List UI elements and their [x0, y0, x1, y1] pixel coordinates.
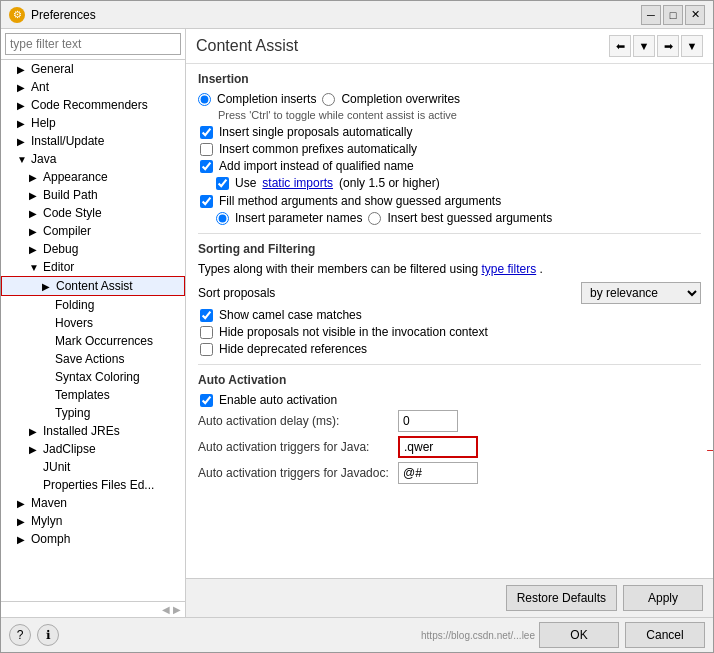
- enable-auto-activation-checkbox[interactable]: [200, 394, 213, 407]
- filter-input[interactable]: [5, 33, 181, 55]
- sidebar-item-syntax-coloring[interactable]: Syntax Coloring: [1, 368, 185, 386]
- sidebar-item-label: Build Path: [43, 188, 98, 202]
- sidebar-item-label: Content Assist: [56, 279, 133, 293]
- sidebar-item-compiler[interactable]: ▶ Compiler: [1, 222, 185, 240]
- apply-button[interactable]: Apply: [623, 585, 703, 611]
- insert-single-checkbox[interactable]: [200, 126, 213, 139]
- completion-overwrites-radio[interactable]: [322, 93, 335, 106]
- panel-title: Content Assist: [196, 37, 298, 55]
- use-static-imports-checkbox[interactable]: [216, 177, 229, 190]
- static-imports-link[interactable]: static imports: [262, 176, 333, 190]
- arrow-icon: ▶: [17, 498, 29, 509]
- sort-proposals-row: Sort proposals by relevance alphabetical…: [198, 282, 701, 304]
- auto-activation-label: Auto Activation: [198, 373, 701, 387]
- forward-button[interactable]: ➡: [657, 35, 679, 57]
- sidebar-item-save-actions[interactable]: Save Actions: [1, 350, 185, 368]
- arrow-icon: ▶: [17, 64, 29, 75]
- insert-common-checkbox[interactable]: [200, 143, 213, 156]
- camel-case-checkbox[interactable]: [200, 309, 213, 322]
- sidebar-item-folding[interactable]: Folding: [1, 296, 185, 314]
- restore-defaults-button[interactable]: Restore Defaults: [506, 585, 617, 611]
- sidebar-item-java[interactable]: ▼ Java: [1, 150, 185, 168]
- bottom-left: ? ℹ: [9, 624, 59, 646]
- arrow-icon: ▶: [29, 444, 41, 455]
- sidebar-item-label: Java: [31, 152, 56, 166]
- arrow-icon: ▶: [17, 534, 29, 545]
- static-imports-suffix: (only 1.5 or higher): [339, 176, 440, 190]
- sidebar-item-build-path[interactable]: ▶ Build Path: [1, 186, 185, 204]
- use-label: Use: [235, 176, 256, 190]
- arrow-icon: ▶: [29, 208, 41, 219]
- info-icon[interactable]: ℹ: [37, 624, 59, 646]
- arrow-icon: ▶: [42, 281, 54, 292]
- sidebar-item-code-style[interactable]: ▶ Code Style: [1, 204, 185, 222]
- sidebar-item-install-update[interactable]: ▶ Install/Update: [1, 132, 185, 150]
- sidebar-item-installed-jres[interactable]: ▶ Installed JREs: [1, 422, 185, 440]
- forward-dropdown-button[interactable]: ▼: [681, 35, 703, 57]
- sidebar-item-templates[interactable]: Templates: [1, 386, 185, 404]
- sidebar-item-junit[interactable]: JUnit: [1, 458, 185, 476]
- sidebar-item-properties-files[interactable]: Properties Files Ed...: [1, 476, 185, 494]
- triggers-javadoc-input[interactable]: [398, 462, 478, 484]
- sidebar-item-label: Save Actions: [55, 352, 124, 366]
- completion-mode-row: Completion inserts Completion overwrites: [198, 92, 701, 106]
- triggers-java-input[interactable]: [398, 436, 478, 458]
- nav-dropdown-button[interactable]: ▼: [633, 35, 655, 57]
- ctrl-toggle-hint: Press 'Ctrl' to toggle while content ass…: [198, 109, 701, 121]
- sidebar-item-jadclipse[interactable]: ▶ JadClipse: [1, 440, 185, 458]
- delay-row: Auto activation delay (ms):: [198, 410, 701, 432]
- sidebar-item-debug[interactable]: ▶ Debug: [1, 240, 185, 258]
- sidebar-item-help[interactable]: ▶ Help: [1, 114, 185, 132]
- help-icon[interactable]: ?: [9, 624, 31, 646]
- sidebar-item-editor[interactable]: ▼ Editor: [1, 258, 185, 276]
- title-bar: ⚙ Preferences ─ □ ✕: [1, 1, 713, 29]
- back-button[interactable]: ⬅: [609, 35, 631, 57]
- sidebar-item-label: Code Style: [43, 206, 102, 220]
- title-bar-controls: ─ □ ✕: [641, 5, 705, 25]
- hide-not-visible-checkbox[interactable]: [200, 326, 213, 339]
- url-bar: https://blog.csdn.net/...lee: [421, 630, 535, 641]
- nav-buttons: ⬅ ▼ ➡ ▼: [609, 35, 703, 57]
- arrow-icon: ▶: [17, 516, 29, 527]
- fill-method-row: Fill method arguments and show guessed a…: [198, 194, 701, 208]
- hide-deprecated-checkbox[interactable]: [200, 343, 213, 356]
- minimize-button[interactable]: ─: [641, 5, 661, 25]
- arrow-icon: ▼: [29, 262, 41, 273]
- type-filters-link[interactable]: type filters: [482, 262, 537, 276]
- panel-body: Insertion Completion inserts Completion …: [186, 64, 713, 578]
- sort-select[interactable]: by relevance alphabetically: [581, 282, 701, 304]
- best-guessed-radio[interactable]: [368, 212, 381, 225]
- maximize-button[interactable]: □: [663, 5, 683, 25]
- sidebar-item-maven[interactable]: ▶ Maven: [1, 494, 185, 512]
- sidebar-item-label: Syntax Coloring: [55, 370, 140, 384]
- sidebar-item-label: Ant: [31, 80, 49, 94]
- sidebar-item-typing[interactable]: Typing: [1, 404, 185, 422]
- auto-activation-section: Auto Activation Enable auto activation A…: [198, 373, 701, 484]
- fill-method-checkbox[interactable]: [200, 195, 213, 208]
- type-filters-text: Types along with their members can be fi…: [198, 262, 478, 276]
- delay-input[interactable]: [398, 410, 458, 432]
- sidebar-item-general[interactable]: ▶ General: [1, 60, 185, 78]
- annotation-arrow-icon: ←: [703, 438, 713, 461]
- cancel-button[interactable]: Cancel: [625, 622, 705, 648]
- sidebar-item-mark-occurrences[interactable]: Mark Occurrences: [1, 332, 185, 350]
- triggers-java-label: Auto activation triggers for Java:: [198, 440, 398, 454]
- add-import-checkbox[interactable]: [200, 160, 213, 173]
- sidebar-item-appearance[interactable]: ▶ Appearance: [1, 168, 185, 186]
- sidebar-item-ant[interactable]: ▶ Ant: [1, 78, 185, 96]
- ok-button[interactable]: OK: [539, 622, 619, 648]
- completion-inserts-radio[interactable]: [198, 93, 211, 106]
- sidebar-item-label: Editor: [43, 260, 74, 274]
- close-button[interactable]: ✕: [685, 5, 705, 25]
- sort-proposals-label: Sort proposals: [198, 286, 275, 300]
- hide-deprecated-label: Hide deprecated references: [219, 342, 367, 356]
- ok-cancel-area: https://blog.csdn.net/...lee OK Cancel: [421, 622, 705, 648]
- sidebar-item-mylyn[interactable]: ▶ Mylyn: [1, 512, 185, 530]
- static-imports-row: Use static imports (only 1.5 or higher): [198, 176, 701, 190]
- sidebar-item-hovers[interactable]: Hovers: [1, 314, 185, 332]
- completion-inserts-label: Completion inserts: [217, 92, 316, 106]
- sidebar-item-code-recommenders[interactable]: ▶ Code Recommenders: [1, 96, 185, 114]
- sidebar-item-oomph[interactable]: ▶ Oomph: [1, 530, 185, 548]
- insert-param-names-radio[interactable]: [216, 212, 229, 225]
- sidebar-item-content-assist[interactable]: ▶ Content Assist: [1, 276, 185, 296]
